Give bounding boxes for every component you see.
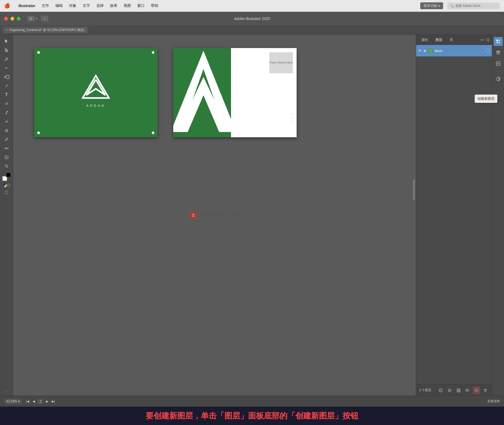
pencil-tool[interactable]: ✏	[2, 64, 11, 72]
menu-view[interactable]: 视图	[124, 3, 131, 8]
panel-menu-icon[interactable]: ☰	[486, 38, 490, 42]
search-icon: 🔍	[450, 4, 454, 8]
rotate-tool[interactable]: ↺	[2, 99, 11, 108]
layers-panel-toggle[interactable]	[494, 48, 503, 57]
workspace-button[interactable]: 基本功能 ▾	[420, 2, 443, 9]
panel-bottom-bar: 1 个图层	[416, 385, 492, 396]
new-layer-button[interactable]	[473, 387, 480, 394]
layer-expand-arrow[interactable]: ▶	[424, 49, 426, 53]
layer-back-row[interactable]: 👁 ▶ Back	[416, 45, 492, 56]
stamp-text: Place Stamp Here	[269, 61, 293, 65]
stamp-area: Place Stamp Here	[269, 52, 293, 73]
collect-layers-button[interactable]	[455, 387, 462, 394]
rectangle-tool[interactable]	[2, 73, 11, 81]
svg-point-10	[5, 165, 7, 167]
warp-tool[interactable]	[2, 117, 11, 126]
svg-rect-37	[496, 54, 500, 54]
color-mode-icons[interactable]	[3, 183, 10, 187]
minimize-button[interactable]	[10, 17, 14, 20]
svg-rect-3	[6, 129, 7, 130]
zoom-tool[interactable]	[2, 162, 11, 170]
scale-tool[interactable]	[2, 108, 11, 117]
search-box[interactable]: 🔍 搜索 Adobe Stock	[447, 3, 500, 9]
menu-object[interactable]: 对象	[69, 3, 76, 8]
panel-tab-bar: 属性 图层 库 >> ☰	[416, 35, 492, 45]
eyedropper-tool[interactable]	[2, 135, 11, 144]
make-clip-mask-button[interactable]	[437, 387, 444, 394]
color-swatches[interactable]	[2, 172, 11, 181]
zoom-dropdown[interactable]: 42.23% ▾	[4, 399, 22, 404]
panel-tab-layers[interactable]: 图层	[432, 36, 445, 44]
delete-layer-button[interactable]	[482, 387, 489, 394]
prev-page-button[interactable]: ◀	[31, 399, 36, 404]
panel-tab-library[interactable]: 库	[447, 36, 456, 44]
next-page-button[interactable]: ▶	[44, 399, 50, 404]
mesh-tool[interactable]	[2, 153, 11, 161]
svg-rect-31	[496, 40, 498, 41]
merge-selected-button[interactable]	[464, 387, 471, 394]
svg-point-4	[5, 140, 6, 141]
title-bar: ⊟ ▾ ⌂ Adobe Illustrator 2020	[0, 12, 504, 25]
pen-tool[interactable]	[2, 55, 11, 63]
selection-tool[interactable]	[2, 37, 11, 45]
layers-panel: 属性 图层 库 >> ☰ 👁 ▶ Back 1 个图层	[416, 35, 492, 396]
menu-window[interactable]: 窗口	[137, 3, 145, 8]
corner-dot-tl	[37, 51, 40, 54]
back-green-section	[173, 48, 231, 137]
layer-target-circle[interactable]	[486, 49, 490, 53]
svg-rect-0	[6, 75, 9, 78]
view-mode-icon[interactable]: ⊟	[27, 16, 35, 22]
artboard-front: APEAK	[34, 48, 158, 137]
menu-help[interactable]: 帮助	[151, 3, 158, 8]
document-tab[interactable]: ✕ Organizing_Content.ai* @ 42.23% (CMYK/…	[3, 27, 88, 33]
menu-text[interactable]: 文字	[83, 3, 90, 8]
artboard-back: Place Stamp Here	[173, 48, 297, 137]
scrollbar[interactable]	[413, 179, 415, 200]
panel-divider	[494, 71, 502, 71]
home-button[interactable]: ⌂	[41, 16, 48, 22]
view-mode-chevron[interactable]: ▾	[36, 17, 37, 20]
close-button[interactable]	[4, 17, 8, 20]
main-layout: ✏ T ↺	[0, 35, 504, 396]
svg-rect-33	[496, 42, 498, 43]
artboard-tool[interactable]	[2, 188, 11, 197]
more-tools[interactable]: ···	[4, 388, 8, 393]
watermark-text: www.Mac7.com	[200, 212, 240, 219]
titlebar-right: 基本功能 ▾ 🔍 搜索 Adobe Stock	[420, 2, 500, 9]
app-name: Illustrator	[18, 4, 35, 8]
panel-tab-icons: >> ☰	[480, 38, 490, 42]
layer-visibility-icon[interactable]: 👁	[418, 49, 422, 53]
zoom-chevron: ▾	[18, 400, 20, 403]
apeak-logo-svg	[80, 74, 112, 101]
locate-object-button[interactable]	[446, 387, 453, 394]
last-page-button[interactable]: ▶|	[51, 399, 56, 404]
panel-empty-area	[416, 56, 492, 385]
brand-name: APEAK	[86, 104, 105, 108]
menu-edit[interactable]: 编辑	[55, 3, 63, 8]
fullscreen-button[interactable]	[17, 17, 20, 20]
menu-select[interactable]: 选择	[96, 3, 104, 8]
direct-select-tool[interactable]	[2, 46, 11, 54]
line-tool[interactable]	[2, 82, 11, 90]
menu-effect[interactable]: 效果	[110, 3, 117, 8]
first-page-button[interactable]: |◀	[25, 399, 30, 404]
type-tool[interactable]: T	[2, 91, 11, 99]
svg-point-6	[7, 148, 8, 149]
front-logo: APEAK	[80, 74, 112, 108]
panel-tab-properties[interactable]: 属性	[418, 36, 431, 44]
properties-panel-toggle[interactable]	[494, 37, 503, 46]
panel-expand-icon[interactable]: >>	[480, 38, 484, 42]
color-panel-toggle[interactable]	[494, 75, 503, 83]
svg-rect-35	[496, 51, 500, 52]
tab-close-icon[interactable]: ✕	[6, 29, 8, 32]
svg-rect-23	[467, 389, 469, 391]
eraser-tool[interactable]	[2, 126, 11, 135]
artboard-container: APEAK	[34, 48, 297, 137]
blend-tool[interactable]	[2, 144, 11, 153]
menu-file[interactable]: 文件	[42, 3, 49, 8]
bottom-banner-text: 要创建新图层，单击「图层」面板底部的「创建新图层」按钮	[146, 411, 358, 421]
cc-libraries-toggle[interactable]	[494, 59, 503, 68]
current-tool-label: 直接选择	[487, 399, 500, 403]
page-navigation: |◀ ◀ 2 ▶ ▶|	[25, 399, 56, 404]
svg-rect-22	[466, 389, 468, 391]
